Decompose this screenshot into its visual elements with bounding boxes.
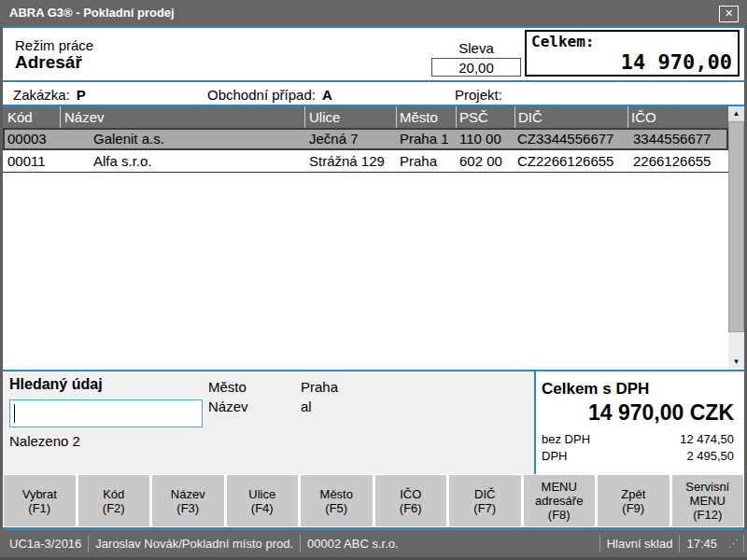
breakdown-value: 12 474,50 [680,432,734,446]
window-title: ABRA G3® - Pokladní prodej [9,6,175,20]
resize-grip-icon[interactable]: ⋰ [724,538,743,550]
cell-ico: 2266126655 [633,153,711,169]
table-row[interactable]: 00011 Alfa s.r.o. Strážná 129 Praha 602 … [3,150,728,173]
fkey-button-nazev[interactable]: Název (F3) [152,475,224,526]
table-header [3,106,728,128]
button-label: Servisní MENU [674,480,742,508]
cell-ico: 3344556677 [633,131,711,147]
breakdown-label: bez DPH [542,432,590,446]
close-icon: ✕ [725,7,733,19]
button-fkey: (F5) [325,501,347,515]
search-label: Hledaný údaj [9,376,103,393]
cell-psc: 110 00 [459,131,501,147]
column-header-ico: IČO [631,109,656,125]
total-display: Celkem: 14 970,00 [525,30,740,77]
business-case-value: A [322,87,332,103]
totals-breakdown-row: DPH 2 495,50 [542,449,734,463]
accent-divider [3,80,744,82]
criteria-value: Praha [301,379,338,395]
button-label: IČO [400,487,421,501]
button-fkey: (F2) [103,501,125,515]
column-divider [60,106,61,128]
column-header-ulice: Ulice [309,109,340,125]
totals-breakdown-row: bez DPH 12 474,50 [542,432,734,446]
work-mode-value: Adresář [15,52,82,73]
total-label: Celkem: [531,33,594,50]
status-company: 00002 ABC s.r.o. [301,537,405,551]
total-value: 14 970,00 [621,50,732,74]
button-label: Zpět [621,487,645,501]
vertical-scrollbar[interactable]: ▲ ▼ [728,106,744,370]
scrollbar-thumb[interactable] [728,121,744,332]
button-fkey: (F9) [622,501,644,515]
status-divider [743,535,744,553]
fkey-button-zpet[interactable]: Zpět (F9) [598,475,669,526]
function-button-bar: Vybrat (F1) Kód (F2) Název (F3) Ulice (F… [4,475,743,526]
search-input[interactable] [9,399,203,427]
discount-input[interactable] [431,58,521,77]
button-fkey: (F3) [176,501,199,515]
button-fkey: (F8) [548,508,571,522]
business-case-label: Obchodní případ: [207,87,316,103]
button-label: Název [171,487,205,501]
fkey-button-mesto[interactable]: Město (F5) [301,475,373,526]
status-warehouse: Hlavní sklad [600,537,680,551]
fkey-button-ulice[interactable]: Ulice (F4) [227,475,299,526]
button-label: Město [320,487,353,501]
column-header-psc: PSČ [459,109,488,125]
cell-nazev: Galenit a.s. [93,131,164,147]
status-bar: UC1a-3/2016 Jaroslav Novák/Pokladní míst… [0,530,747,557]
fkey-button-ico[interactable]: IČO (F6) [375,475,447,526]
fkey-button-vybrat[interactable]: Vybrat (F1) [4,475,76,526]
column-divider [304,106,305,128]
button-label: Vybrat [22,487,57,501]
fkey-button-servisni-menu[interactable]: Servisní MENU (F12) [672,475,744,526]
status-agenda: UC1a-3/2016 [3,537,88,551]
column-header-nazev: Název [64,109,105,125]
project-label: Projekt: [455,87,502,103]
fkey-button-kod[interactable]: Kód (F2) [78,475,150,526]
close-button[interactable]: ✕ [719,6,739,22]
button-label: DIČ [474,487,495,501]
business-case-field: Obchodní případ:A [207,87,332,103]
totals-grand-total: 14 970,00 CZK [532,400,734,426]
status-time: 17:45 [680,537,724,551]
cell-dic: CZ2266126655 [517,153,613,169]
column-header-kod: Kód [7,109,33,125]
order-field: Zakázka:P [13,87,86,103]
cell-ulice: Strážná 129 [309,153,385,169]
status-user: Jaroslav Novák/Pokladní místo prod. [89,537,300,551]
order-label: Zakázka: [13,87,70,103]
button-fkey: (F6) [400,501,422,515]
criteria-value: al [301,399,312,414]
column-divider [514,106,515,128]
button-label: Kód [103,487,124,501]
button-fkey: (F1) [28,501,50,515]
fkey-button-dic[interactable]: DIČ (F7) [449,475,521,526]
text-caret [14,404,15,423]
accent-divider [3,26,744,28]
cell-mesto: Praha [400,153,437,169]
cell-nazev: Alfa s.r.o. [93,153,152,169]
column-header-mesto: Město [400,109,438,125]
scroll-down-button[interactable]: ▼ [728,355,744,370]
column-divider [456,106,457,128]
criteria-label: Město [208,379,247,395]
column-header-dic: DIČ [518,109,543,125]
scroll-up-button[interactable]: ▲ [728,106,744,121]
work-mode-label: Režim práce [15,37,93,53]
column-divider [627,106,628,128]
totals-title: Celkem s DPH [542,380,649,399]
button-fkey: (F12) [693,508,722,522]
fkey-button-menu-adresare[interactable]: MENU adresáře (F8) [524,475,596,526]
cell-dic: CZ3344556677 [517,131,613,147]
breakdown-value: 2 495,50 [686,449,734,463]
button-fkey: (F4) [251,501,274,515]
cell-kod: 00011 [7,153,46,169]
button-label: MENU adresáře [526,480,594,508]
cell-ulice: Ječná 7 [309,131,359,147]
title-bar[interactable]: ABRA G3® - Pokladní prodej [0,0,747,26]
cell-psc: 602 00 [459,153,502,169]
table-row-selected[interactable]: 00003 Galenit a.s. Ječná 7 Praha 1 110 0… [3,128,728,150]
app-window: ABRA G3® - Pokladní prodej ✕ Režim práce… [0,0,747,560]
